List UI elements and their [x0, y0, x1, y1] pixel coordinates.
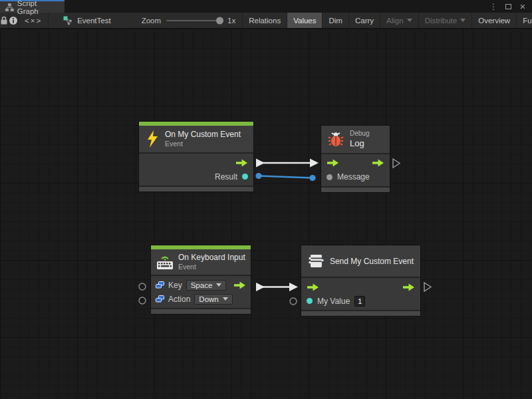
flow-output-port-icon[interactable] [233, 281, 246, 289]
window-titlebar: Script Graph ⋮ × [0, 0, 532, 13]
node-title: Send My Custom Event [330, 257, 414, 266]
my-value-port[interactable] [307, 298, 313, 304]
zoom-label: Zoom [142, 17, 161, 25]
bug-icon [328, 131, 344, 147]
enum-icon [156, 281, 164, 289]
node-subtitle: Event [178, 263, 245, 271]
tab-script-graph[interactable]: Script Graph [0, 0, 65, 13]
port-row: Message [321, 170, 390, 184]
node-body: Key Space Action Down [151, 275, 251, 308]
node-on-keyboard-input[interactable]: On Keyboard Input Event Key Space [150, 245, 251, 315]
result-port-label: Result [215, 172, 237, 182]
zoom-value: 1x [227, 17, 235, 25]
connection-flow-keyboard-to-send[interactable] [256, 283, 298, 291]
unconnected-port-my-value[interactable] [290, 298, 297, 305]
node-kicker: Debug [350, 130, 369, 138]
tab-title: Script Graph [17, 0, 59, 15]
info-icon [9, 16, 18, 25]
message-value-port[interactable] [327, 174, 332, 180]
fullscreen-button[interactable]: Full Screen [517, 13, 532, 28]
node-on-my-custom-event[interactable]: On My Custom Event Event Result [138, 121, 254, 192]
port-row [301, 280, 420, 294]
node-header: On Keyboard Input Event [151, 249, 251, 275]
result-value-port[interactable] [242, 174, 248, 180]
node-header: On My Custom Event Event [139, 126, 253, 152]
zoom-slider-handle[interactable] [216, 17, 223, 24]
node-footer [151, 308, 251, 314]
lock-button[interactable] [0, 13, 9, 28]
key-dropdown[interactable]: Space [186, 280, 227, 291]
node-title: On Keyboard Input [178, 253, 245, 263]
port-row: Key Space [151, 278, 251, 292]
flow-continue-triangle-send-event[interactable] [424, 283, 431, 291]
node-footer [321, 186, 390, 192]
distribute-button[interactable]: Distribute [419, 13, 473, 28]
flow-continue-triangle-debug-log[interactable] [393, 159, 400, 168]
node-subtitle: Event [165, 140, 241, 148]
node-body: My Value [301, 277, 420, 310]
maximize-icon[interactable] [503, 1, 513, 12]
port-row [139, 156, 253, 170]
node-header: Debug Log [321, 126, 390, 153]
key-port-label: Key [168, 281, 182, 290]
flow-output-port-icon[interactable] [235, 159, 248, 167]
node-footer [301, 310, 420, 316]
lock-icon [0, 16, 8, 25]
enum-icon [156, 295, 164, 303]
graph-icon [63, 16, 73, 25]
port-row [321, 156, 390, 170]
my-value-input[interactable] [354, 296, 365, 307]
graph-breadcrumb[interactable]: EventTest [58, 13, 116, 28]
lightning-icon [146, 130, 159, 148]
relations-button[interactable]: Relations [242, 13, 287, 28]
zoom-slider[interactable] [166, 20, 222, 21]
flow-input-port-icon[interactable] [307, 283, 319, 291]
unconnected-port-action[interactable] [139, 297, 146, 304]
node-body: Message [321, 153, 390, 186]
values-button[interactable]: Values [287, 13, 323, 28]
chevron-down-icon [216, 283, 221, 287]
window-controls: ⋮ × [488, 0, 532, 13]
node-title: Log [350, 138, 369, 149]
flow-output-port-icon[interactable] [372, 159, 384, 167]
close-icon[interactable]: × [517, 1, 528, 12]
chevron-down-icon [460, 19, 466, 22]
graph-name: EventTest [77, 17, 111, 25]
node-title: On My Custom Event [165, 130, 241, 140]
flow-input-port-icon[interactable] [327, 159, 339, 167]
node-body: Result [139, 152, 253, 186]
flow-output-port-icon[interactable] [402, 283, 415, 291]
node-send-my-custom-event[interactable]: Send My Custom Event My Value [301, 245, 421, 317]
zoom-control: Zoom 1x [135, 13, 243, 28]
toolbar-toggles: Relations Values Dim Carry Align Distrib… [242, 13, 532, 28]
my-value-port-label: My Value [317, 297, 350, 306]
carry-button[interactable]: Carry [349, 13, 380, 28]
node-debug-log[interactable]: Debug Log Message [321, 125, 390, 193]
action-port-label: Action [168, 295, 190, 304]
dim-button[interactable]: Dim [323, 13, 348, 28]
action-dropdown[interactable]: Down [194, 294, 232, 305]
menu-icon[interactable]: ⋮ [488, 1, 499, 12]
overview-button[interactable]: Overview [472, 13, 517, 28]
port-row: Action Down [151, 292, 251, 306]
connections-layer [0, 29, 532, 398]
graph-toolbar: <×> EventTest Zoom 1x Relations Values D… [0, 13, 532, 29]
connection-value-result-to-message[interactable] [255, 173, 315, 181]
unconnected-port-key[interactable] [139, 283, 146, 290]
script-graph-icon [5, 3, 14, 11]
port-row: Result [139, 170, 253, 184]
node-footer [139, 186, 253, 192]
chevron-down-icon [407, 19, 412, 22]
keyboard-icon [156, 255, 174, 270]
port-row: My Value [301, 294, 420, 308]
custom-event-icon [308, 254, 324, 268]
chevron-down-icon [223, 297, 228, 301]
node-header: Send My Custom Event [301, 245, 420, 277]
align-button[interactable]: Align [380, 13, 419, 28]
graph-canvas[interactable]: On My Custom Event Event Result [0, 29, 532, 398]
message-port-label: Message [337, 172, 370, 182]
connection-flow-custom-event-to-log[interactable] [256, 159, 319, 168]
